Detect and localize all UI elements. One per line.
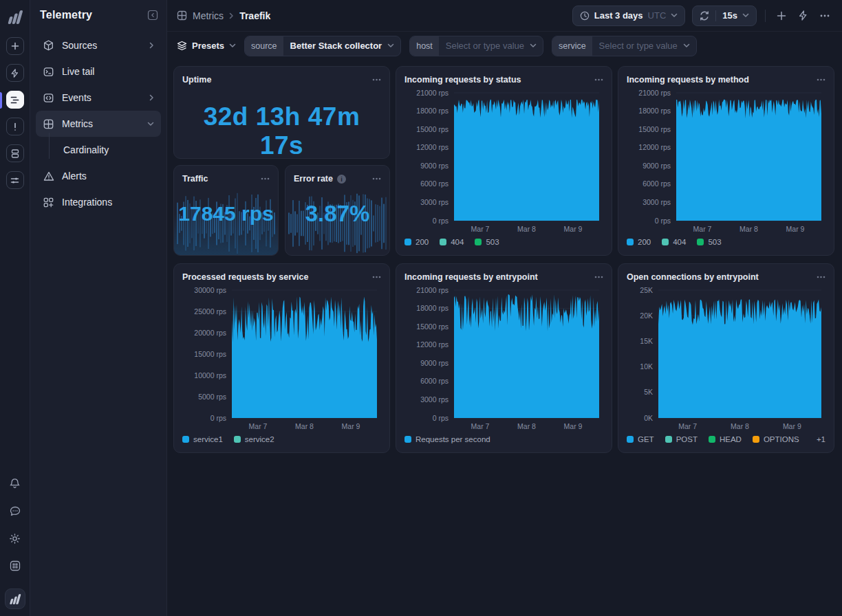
chart-plot-area[interactable]: 25K20K15K10K5K0KMar 7Mar 8Mar 9 <box>627 285 825 434</box>
chart-plot-area[interactable]: 21000 rps18000 rps15000 rps12000 rps9000… <box>404 285 603 434</box>
legend-swatch <box>709 436 715 443</box>
add-source-icon[interactable] <box>6 37 24 55</box>
sidebar-item-label: Alerts <box>62 170 154 182</box>
divider <box>765 10 766 22</box>
chat-feedback-icon[interactable] <box>6 502 24 520</box>
card-title: Uptime <box>182 75 211 85</box>
sidebar-item-cardinality[interactable]: Cardinality <box>36 137 161 163</box>
card-menu-icon[interactable] <box>594 276 603 278</box>
code-box-icon <box>43 93 54 103</box>
legend-swatch <box>753 436 759 443</box>
svg-text:Mar 9: Mar 9 <box>786 225 805 233</box>
live-tail-bolt-icon[interactable] <box>6 64 24 82</box>
svg-text:3000 rps: 3000 rps <box>420 395 449 404</box>
legend-item[interactable]: Requests per second <box>404 435 490 443</box>
refresh-icon[interactable] <box>700 11 709 21</box>
svg-text:5K: 5K <box>644 388 653 396</box>
sidebar-item-label: Cardinality <box>63 144 154 155</box>
legend-item[interactable]: service1 <box>182 435 223 443</box>
theme-sun-icon[interactable] <box>6 529 24 547</box>
svg-text:25K: 25K <box>640 286 653 294</box>
chevron-down-icon <box>229 43 236 48</box>
chart-plot-area[interactable]: 30000 rps25000 rps20000 rps15000 rps1000… <box>182 285 381 434</box>
svg-text:Mar 9: Mar 9 <box>564 422 583 430</box>
quick-actions-bolt-icon[interactable] <box>796 8 810 23</box>
database-icon[interactable] <box>6 144 24 162</box>
legend-item[interactable]: service2 <box>234 435 274 443</box>
filter-pill-service[interactable]: serviceSelect or type value <box>552 36 697 56</box>
card-menu-icon[interactable] <box>594 78 603 81</box>
card-menu-icon[interactable] <box>817 78 825 81</box>
card-menu-icon[interactable] <box>817 276 825 278</box>
alerts-rail-icon[interactable] <box>6 118 24 135</box>
add-widget-button[interactable] <box>774 8 789 23</box>
breadcrumb-metrics-link[interactable]: Metrics <box>193 10 224 21</box>
more-options-icon[interactable] <box>817 12 832 20</box>
legend-item[interactable]: 503 <box>697 238 721 246</box>
svg-text:Mar 7: Mar 7 <box>249 422 268 430</box>
notifications-bell-icon[interactable] <box>6 474 24 492</box>
sidebar-item-events[interactable]: Events <box>36 85 161 111</box>
legend-item[interactable]: 503 <box>475 238 499 246</box>
presets-button[interactable]: Presets <box>177 41 236 51</box>
legend-item[interactable]: 404 <box>662 238 686 246</box>
chart-card-processed-requests-by-service: Processed requests by service 30000 rps2… <box>173 263 390 453</box>
chart-plot-area[interactable]: 21000 rps18000 rps15000 rps12000 rps9000… <box>404 87 603 237</box>
time-range-picker[interactable]: Last 3 days UTC <box>572 6 686 26</box>
card-menu-icon[interactable] <box>372 177 381 180</box>
filter-placeholder: Select or type value <box>592 41 683 51</box>
error-rate-value: 3.87% <box>285 201 389 227</box>
legend-item[interactable]: 200 <box>404 238 429 246</box>
legend-swatch <box>404 239 411 245</box>
chevron-down-icon <box>742 13 749 18</box>
refresh-interval-value[interactable]: 15s <box>722 10 737 21</box>
chart-plot-area[interactable]: 21000 rps18000 rps15000 rps12000 rps9000… <box>627 87 825 237</box>
legend-item[interactable]: POST <box>665 435 698 443</box>
shortcuts-command-icon[interactable] <box>6 557 24 575</box>
topbar: Metrics Traefik Last 3 days UTC <box>167 0 842 32</box>
info-icon[interactable]: i <box>337 175 346 184</box>
legend-item[interactable]: OPTIONS <box>753 435 799 443</box>
sidebar-item-label: Integrations <box>62 197 154 208</box>
sidebar-item-integrations[interactable]: Integrations <box>36 189 161 215</box>
card-title: Incoming requests by status <box>404 75 521 85</box>
logs-icon[interactable] <box>6 91 24 109</box>
collapse-sidebar-icon[interactable] <box>147 10 158 21</box>
sidebar-item-alerts[interactable]: Alerts <box>36 163 161 189</box>
sidebar-item-sources[interactable]: Sources <box>36 32 161 58</box>
legend-swatch <box>627 239 634 245</box>
blocks-icon <box>43 197 54 208</box>
workspace-avatar[interactable] <box>5 588 25 609</box>
card-menu-icon[interactable] <box>372 78 381 81</box>
sidebar-item-metrics[interactable]: Metrics <box>36 111 161 137</box>
terminal-icon <box>43 67 54 77</box>
legend-item[interactable]: 200 <box>627 238 651 246</box>
filter-value: Better Stack collector <box>283 41 388 51</box>
svg-text:Mar 7: Mar 7 <box>678 422 697 430</box>
filter-pill-host[interactable]: hostSelect or type value <box>409 36 543 56</box>
chart-legend: 200404503 <box>627 237 825 247</box>
card-menu-icon[interactable] <box>372 276 381 278</box>
svg-text:9000 rps: 9000 rps <box>420 162 449 170</box>
filter-pill-source[interactable]: sourceBetter Stack collector <box>244 36 401 56</box>
legend-item[interactable]: GET <box>627 435 654 443</box>
svg-text:10K: 10K <box>640 362 653 371</box>
svg-text:Mar 9: Mar 9 <box>783 422 801 430</box>
svg-text:12000 rps: 12000 rps <box>638 143 671 151</box>
svg-text:3000 rps: 3000 rps <box>643 198 671 206</box>
legend-item[interactable]: 404 <box>440 238 464 246</box>
chart-card-open-connections-by-entrypoint: Open connections by entrypoint 25K20K15K… <box>618 263 834 453</box>
legend-item[interactable]: HEAD <box>709 435 742 443</box>
card-title: Traffic <box>182 174 208 184</box>
svg-text:12000 rps: 12000 rps <box>416 143 449 151</box>
divider <box>715 10 716 21</box>
svg-text:18000 rps: 18000 rps <box>416 107 449 115</box>
svg-text:15000 rps: 15000 rps <box>416 322 449 331</box>
refresh-control: 15s <box>692 6 757 26</box>
sliders-icon[interactable] <box>6 171 24 189</box>
sidebar-item-label: Sources <box>62 40 142 51</box>
sidebar-item-live-tail[interactable]: Live tail <box>36 58 161 85</box>
svg-text:15000 rps: 15000 rps <box>194 350 226 358</box>
card-menu-icon[interactable] <box>261 177 270 180</box>
filter-label: source <box>245 36 283 56</box>
